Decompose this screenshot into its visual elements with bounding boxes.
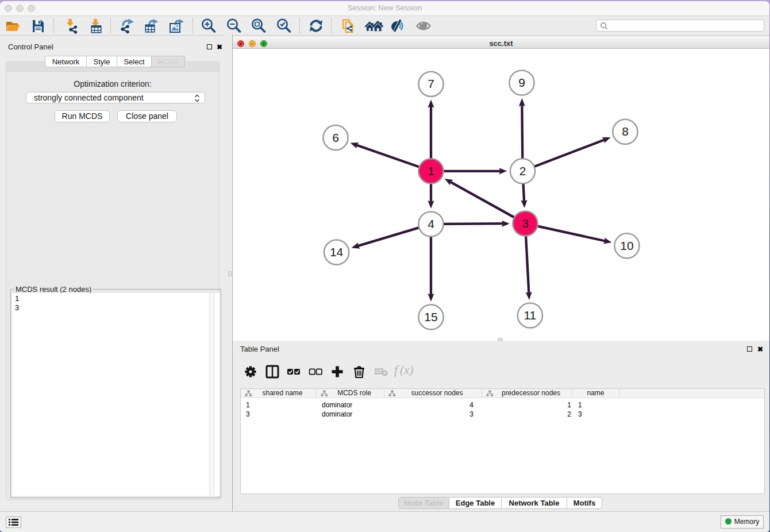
- svg-text:3: 3: [522, 217, 529, 230]
- svg-text:4: 4: [428, 217, 434, 230]
- svg-text:6: 6: [332, 131, 339, 144]
- svg-text:11: 11: [523, 309, 536, 322]
- svg-text:7: 7: [428, 77, 434, 90]
- svg-text:9: 9: [518, 76, 525, 89]
- svg-text:2: 2: [519, 164, 526, 178]
- svg-text:8: 8: [622, 125, 629, 138]
- svg-text:10: 10: [620, 239, 633, 252]
- svg-text:14: 14: [330, 245, 344, 259]
- svg-text:1: 1: [428, 164, 434, 178]
- svg-text:15: 15: [424, 310, 437, 323]
